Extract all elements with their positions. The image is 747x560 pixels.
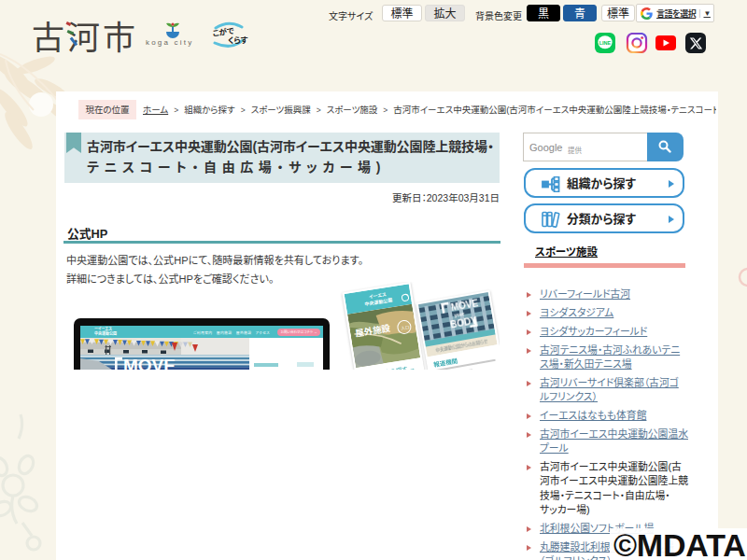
svg-text:くらす: くらす xyxy=(228,35,247,45)
svg-text:LINE: LINE xyxy=(599,40,612,46)
svg-text:MOVE: MOVE xyxy=(123,356,176,370)
